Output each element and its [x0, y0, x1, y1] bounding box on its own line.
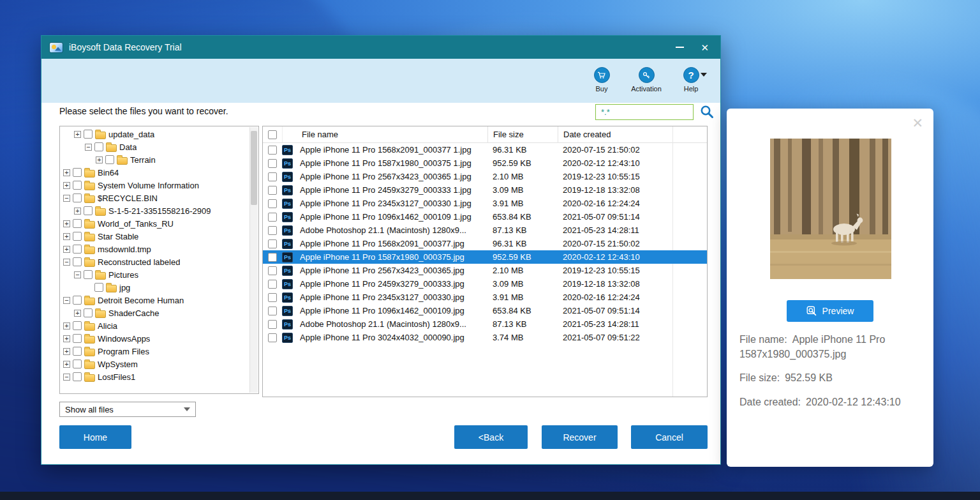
tree-item[interactable]: −Detroit Become Human	[61, 294, 249, 307]
preview-button[interactable]: Preview	[787, 300, 873, 322]
file-checkbox[interactable]	[268, 266, 277, 275]
expand-icon[interactable]: +	[63, 182, 70, 189]
file-checkbox[interactable]	[268, 159, 277, 168]
tree-item[interactable]: +WindowsApps	[61, 332, 249, 345]
file-filter-dropdown[interactable]: Show all files	[59, 402, 196, 417]
folder-checkbox[interactable]	[73, 232, 82, 241]
folder-checkbox[interactable]	[73, 347, 82, 356]
folder-checkbox[interactable]	[84, 308, 93, 317]
tree-item[interactable]: +System Volume Information	[61, 179, 249, 192]
folder-checkbox[interactable]	[84, 130, 93, 139]
folder-checkbox[interactable]	[84, 206, 93, 215]
file-row[interactable]: PsApple iPhone 11 Pro 1096x1462_000109 1…	[263, 210, 707, 223]
collapse-icon[interactable]: −	[63, 259, 70, 266]
file-row[interactable]: PsApple iPhone 11 Pro 2459x3279_000333 1…	[263, 183, 707, 197]
column-header-file-size[interactable]: File size	[487, 126, 558, 142]
file-row[interactable]: PsApple iPhone 11 Pro 2345x3127_000330.j…	[263, 291, 707, 304]
file-row[interactable]: PsApple iPhone 11 Pro 2567x3423_000365 1…	[263, 170, 707, 183]
tree-item[interactable]: +World_of_Tanks_RU	[61, 217, 249, 230]
folder-checkbox[interactable]	[73, 321, 82, 330]
expand-icon[interactable]: +	[63, 348, 70, 355]
collapse-icon[interactable]: −	[85, 144, 92, 151]
preview-close-icon[interactable]: ✕	[912, 116, 923, 130]
collapse-icon[interactable]: −	[63, 195, 70, 202]
collapse-icon[interactable]: −	[63, 374, 70, 381]
tree-item[interactable]: +Bin64	[61, 166, 249, 179]
expand-icon[interactable]: +	[96, 156, 103, 163]
expand-icon[interactable]: +	[74, 131, 81, 138]
folder-checkbox[interactable]	[94, 142, 103, 151]
file-checkbox[interactable]	[268, 146, 277, 155]
file-checkbox[interactable]	[268, 293, 277, 302]
file-checkbox[interactable]	[268, 199, 277, 208]
tree-item[interactable]: +WpSystem	[61, 358, 249, 370]
file-row[interactable]: PsApple iPhone 11 Pro 1568x2091_000377.j…	[263, 237, 707, 250]
cancel-button[interactable]: Cancel	[631, 425, 708, 449]
activation-button[interactable]: Activation	[628, 67, 664, 93]
file-row[interactable]: PsApple iPhone 11 Pro 2459x3279_000333.j…	[263, 277, 707, 291]
expand-icon[interactable]: +	[63, 169, 70, 176]
folder-checkbox[interactable]	[73, 296, 82, 305]
file-row[interactable]: PsApple iPhone 11 Pro 1587x1980_000375 1…	[263, 156, 707, 170]
file-checkbox[interactable]	[268, 226, 277, 235]
expand-icon[interactable]: +	[63, 246, 70, 253]
file-checkbox[interactable]	[268, 307, 277, 315]
file-row[interactable]: PsApple iPhone 11 Pro 1587x1980_000375.j…	[263, 250, 707, 264]
file-row[interactable]: PsApple iPhone 11 Pro 1568x2091_000377 1…	[263, 143, 707, 156]
tree-scrollbar[interactable]	[249, 127, 258, 393]
recover-button[interactable]: Recover	[542, 425, 618, 449]
folder-checkbox[interactable]	[73, 334, 82, 343]
expand-icon[interactable]: +	[63, 361, 70, 368]
tree-item[interactable]: +update_data	[61, 128, 249, 140]
folder-checkbox[interactable]	[73, 372, 82, 381]
tree-item[interactable]: +Program Files	[61, 345, 249, 358]
back-button[interactable]: <Back	[454, 425, 528, 449]
folder-checkbox[interactable]	[73, 219, 82, 228]
expand-icon[interactable]: +	[63, 220, 70, 227]
home-button[interactable]: Home	[59, 425, 131, 449]
file-row[interactable]: PsApple iPhone 11 Pro 2345x3127_000330 1…	[263, 197, 707, 210]
file-checkbox[interactable]	[268, 253, 277, 262]
file-row[interactable]: PsAdobe Photoshop 21.1 (Macintosh) 1280x…	[263, 223, 707, 237]
tree-item[interactable]: +jpg	[61, 281, 249, 294]
folder-checkbox[interactable]	[73, 257, 82, 266]
tree-item[interactable]: −Data	[61, 140, 249, 153]
expand-icon[interactable]: +	[63, 335, 70, 342]
file-row[interactable]: PsApple iPhone 11 Pro 1096x1462_000109.j…	[263, 304, 707, 317]
folder-checkbox[interactable]	[94, 283, 103, 292]
folder-checkbox[interactable]	[73, 193, 82, 202]
tree-item[interactable]: +Alicia	[61, 319, 249, 332]
expand-icon[interactable]: +	[74, 310, 81, 317]
tree-item[interactable]: +S-1-5-21-3351558216-2909	[61, 204, 249, 217]
help-dropdown-caret[interactable]	[701, 73, 707, 77]
folder-checkbox[interactable]	[73, 245, 82, 254]
tree-item[interactable]: −LostFiles1	[61, 370, 249, 383]
file-row[interactable]: PsApple iPhone 11 Pro 3024x4032_000090.j…	[263, 331, 707, 344]
tree-item[interactable]: −Pictures	[61, 268, 249, 281]
file-checkbox[interactable]	[268, 333, 277, 342]
file-checkbox[interactable]	[268, 186, 277, 195]
collapse-icon[interactable]: −	[74, 271, 81, 278]
search-icon[interactable]	[699, 103, 715, 120]
taskbar[interactable]	[0, 492, 980, 500]
tree-item[interactable]: +ShaderCache	[61, 307, 249, 319]
file-checkbox[interactable]	[268, 239, 277, 248]
file-row[interactable]: PsAdobe Photoshop 21.1 (Macintosh) 1280x…	[263, 317, 707, 331]
buy-button[interactable]: Buy	[584, 67, 620, 93]
file-checkbox[interactable]	[268, 213, 277, 222]
minimize-button[interactable]	[676, 47, 684, 48]
column-header-date-created[interactable]: Date created	[558, 126, 672, 142]
tree-item[interactable]: +Terrain	[61, 153, 249, 166]
folder-checkbox[interactable]	[73, 360, 82, 368]
collapse-icon[interactable]: −	[63, 297, 70, 304]
search-input[interactable]: *.*	[595, 104, 694, 120]
expand-icon[interactable]: +	[74, 208, 81, 215]
folder-checkbox[interactable]	[73, 168, 82, 177]
tree-item[interactable]: +msdownld.tmp	[61, 243, 249, 255]
expand-icon[interactable]: +	[63, 322, 70, 330]
file-checkbox[interactable]	[268, 320, 277, 329]
tree-item[interactable]: −Reconstructed labeled	[61, 255, 249, 268]
file-row[interactable]: PsApple iPhone 11 Pro 2567x3423_000365.j…	[263, 264, 707, 277]
tree-scrollbar-thumb[interactable]	[251, 131, 257, 205]
file-checkbox[interactable]	[268, 172, 277, 181]
